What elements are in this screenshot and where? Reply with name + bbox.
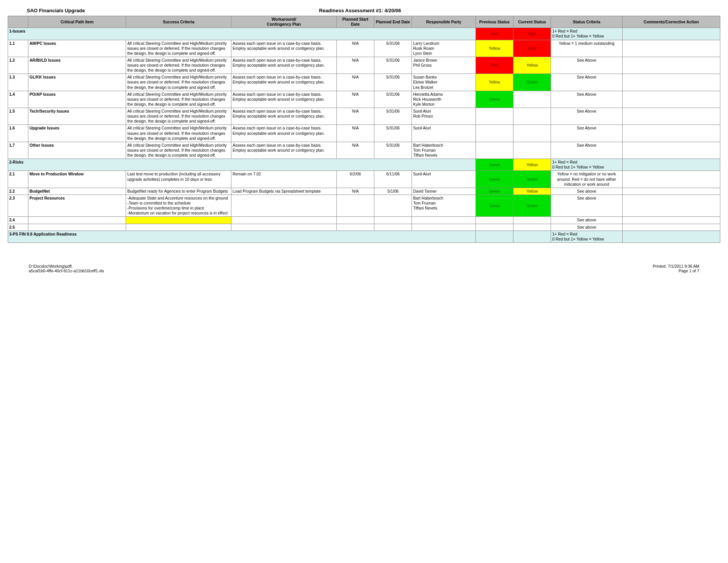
col-end: Planned End Date [374,16,412,28]
footer-file: a5caf1b0-4ffe-40cf-911c-a11bb10ceff1.xls [29,268,104,273]
cell-work: Assess each open issue on a case-by-case… [231,40,337,57]
cell-num: 1.4 [8,91,28,108]
section-prev: Red [475,28,513,40]
cell-item: Other Issues [28,142,126,159]
footer: D:\Docstoc\Working\pdf\ a5caf1b0-4ffe-40… [8,264,720,273]
section-action [622,28,720,40]
cell-start: N/A [336,188,374,195]
cell-prev [475,142,513,159]
cell-party: Sunil Aluri [412,125,476,142]
cell-curr [513,142,551,159]
section-label: 1-Issues [8,28,476,40]
cell-party: Larry Landrum Rusk Roam Lynn Stein [412,40,476,57]
cell-work: Remain on 7.02 [231,171,337,188]
cell-end: 5/31/06 [374,108,412,125]
cell-curr: Green [513,74,551,91]
cell-prev [475,217,513,224]
cell-start: N/A [336,142,374,159]
table-row: 1.3 GL/KK Issues All critical Steering C… [8,74,720,91]
cell-criteria: See Above [551,125,622,142]
cell-num: 2.3 [8,195,28,217]
cell-action [622,142,720,159]
col-criteria: Status Criteria [551,16,622,28]
cell-party: Bart Haberbosch Tom Fruman Tiffani Nevel… [412,142,476,159]
cell-num: 1.1 [8,40,28,57]
cell-prev [475,125,513,142]
cell-curr [513,217,551,224]
table-row: 2.5 See above [8,224,720,231]
cell-action [622,91,720,108]
cell-prev: Red [475,57,513,74]
cell-curr: Yellow [513,188,551,195]
section-prev: Green [475,159,513,171]
cell-party: Susan Banks Eloise Walker Les Brotzel [412,74,476,91]
cell-criteria: Yellow = 1 medium outstanding [551,40,622,57]
section-curr: Red [513,28,551,40]
col-num [8,16,28,28]
table-row: 1.2 AR/BI/LD Issues All critical Steerin… [8,57,720,74]
section-curr: Yellow [513,159,551,171]
col-party: Responsible Party [412,16,476,28]
cell-criteria: See above [551,224,622,231]
cell-success: All critical Steering Committee and High… [126,142,231,159]
cell-prev: Green [475,195,513,217]
cell-num: 2.5 [8,224,28,231]
section-app-readiness: 3-PS FIN 8.8 Application Readiness 1+ Re… [8,231,720,242]
cell-success: All critical Steering Committee and High… [126,108,231,125]
cell-end [374,224,412,231]
cell-action [622,171,720,188]
cell-work: Load Program Budgets via Spreadsheet tem… [231,188,337,195]
cell-end: 5/31/06 [374,57,412,74]
cell-prev: Green [475,91,513,108]
section-criteria: 1+ Red = Red 0 Red but 1+ Yellow = Yello… [551,159,622,171]
cell-work [231,224,337,231]
cell-end [374,195,412,217]
table-row: 1.5 Tech/Security Issues All critical St… [8,108,720,125]
section-prev [475,231,513,242]
cell-action [622,217,720,224]
cell-item [28,217,126,224]
cell-prev: Green [475,171,513,188]
cell-num: 2.1 [8,171,28,188]
cell-curr [513,108,551,125]
table-row: 2.3 Project Resources -Adequate State an… [8,195,720,217]
section-curr [513,231,551,242]
cell-success: All critical Steering Committee and High… [126,91,231,108]
col-action: Comments/Corrective Action [622,16,720,28]
cell-num: 1.3 [8,74,28,91]
cell-criteria: Yellow = no mitigation or no work around… [551,171,622,188]
table-row: 2.2 BudgetNet BudgetNet ready for Agenci… [8,188,720,195]
section-criteria: 1+ Red = Red 0 Red but 1+ Yellow = Yello… [551,28,622,40]
cell-curr: Yellow [513,57,551,74]
cell-curr [513,224,551,231]
section-action [622,231,720,242]
cell-end: 6/11/06 [374,171,412,188]
cell-success: Last test move to production (including … [126,171,231,188]
cell-criteria: See Above [551,91,622,108]
cell-success: All critical Steering Committee and High… [126,74,231,91]
cell-prev [475,108,513,125]
cell-start: N/A [336,125,374,142]
table-row: 2.4 See above [8,217,720,224]
title-row: SAO Financials Upgrade Readiness Assessm… [8,8,720,13]
cell-start: N/A [336,57,374,74]
cell-criteria: See Above [551,74,622,91]
cell-start: N/A [336,74,374,91]
section-criteria: 1+ Red = Red 0 Red but 1+ Yellow = Yello… [551,231,622,242]
cell-party: David Tanner [412,188,476,195]
cell-num: 2.4 [8,217,28,224]
cell-item: GL/KK Issues [28,74,126,91]
table-row: 1.7 Other Issues All critical Steering C… [8,142,720,159]
col-item: Critical Path Item [28,16,126,28]
cell-num: 1.5 [8,108,28,125]
cell-prev: Green [475,188,513,195]
cell-prev [475,224,513,231]
cell-party: Janice Brown Phil Gross [412,57,476,74]
cell-start: 6/2/06 [336,171,374,188]
cell-action [622,125,720,142]
cell-prev: Yellow [475,40,513,57]
cell-party: Sunil Aluri [412,171,476,188]
cell-work: Assess each open issue on a case-by-case… [231,108,337,125]
cell-criteria: See Above [551,108,622,125]
col-work: Workaround/ Contingency Plan [231,16,337,28]
